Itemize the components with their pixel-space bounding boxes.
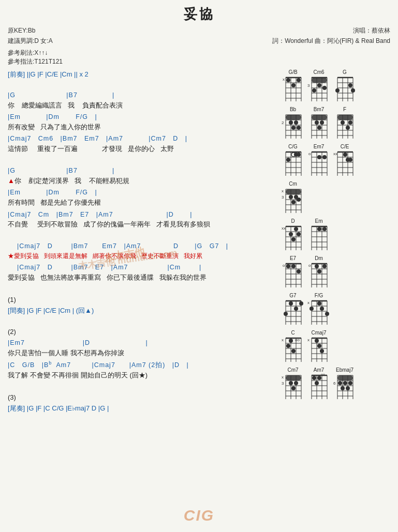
chord-bb: Bb 2 [282, 107, 304, 140]
svg-point-238 [320, 349, 324, 353]
svg-point-103 [317, 155, 321, 159]
composer-info: 詞：Wonderful 曲：阿沁(FIR) & Real Band [272, 36, 390, 46]
svg-point-66 [317, 126, 321, 130]
svg-point-147 [291, 237, 296, 241]
svg-point-51 [291, 126, 296, 130]
svg-rect-63 [312, 115, 327, 120]
intro-line: [前奏] ||G |F |C/E |Cm || x 2 [8, 69, 277, 80]
svg-point-130 [289, 195, 293, 199]
chord-g: G [333, 69, 356, 102]
chord-cm: Cm x 3 [282, 181, 304, 214]
main-content: [前奏] ||G |F |C/E |Cm || x 2 |G |B7 | 你 總… [8, 69, 390, 415]
svg-point-182 [315, 264, 319, 268]
chord-c: C x oo [282, 330, 304, 363]
svg-point-89 [286, 158, 290, 162]
singer-info: 演唱：蔡依林 [272, 25, 390, 36]
chord-line-1: |G |B7 | [8, 90, 277, 100]
svg-point-210 [320, 307, 324, 311]
lyrics-section: [前奏] ||G |F |C/E |Cm || x 2 |G |B7 | 你 總… [8, 69, 277, 415]
svg-point-117 [348, 158, 352, 162]
svg-text:xx: xx [333, 151, 337, 156]
lyric-line-5: 所有時間 都是先給了你優先權 [8, 197, 277, 208]
svg-text:o: o [283, 263, 285, 268]
svg-point-208 [309, 307, 314, 311]
lyric-line-9: 你只是害怕一個人睡 我不想再為你掉淚 [8, 348, 277, 358]
chord-em: Em [307, 218, 330, 251]
chord-cmaj7-diag: Cmaj7 x [307, 330, 330, 363]
svg-point-281 [346, 386, 350, 390]
chord-row-1: G/B x [282, 69, 390, 102]
meta-row: 原KEY:Bb 建議男調:D 女:A 演唱：蔡依林 詞：Wonderful 曲：… [8, 25, 390, 47]
svg-point-37 [348, 83, 352, 87]
chord-line-4: |G |B7 | [8, 166, 277, 176]
lyric-line-3: 這情節 重複了一百遍 才發現 是你的心 太野 [8, 144, 277, 154]
svg-text:3: 3 [307, 83, 310, 88]
lyric-line-2: 所有改變 只為了進入你的世界 [8, 122, 277, 132]
svg-point-195 [289, 301, 293, 306]
chord-line-3: |Cmaj7 Cm6 |Bm7 Em7 |Am7 |Cm7 D | [8, 134, 277, 144]
svg-text:x: x [282, 189, 284, 193]
svg-point-183 [317, 269, 321, 273]
chord-row-8: C x oo [282, 330, 390, 363]
intro-label: [前奏] ||G |F |C/E |Cm || x 2 [8, 70, 89, 78]
svg-point-104 [322, 155, 327, 159]
meta-right: 演唱：蔡依林 詞：Wonderful 曲：阿沁(FIR) & Real Band [272, 25, 390, 47]
svg-point-25 [317, 83, 321, 87]
svg-text:xx: xx [282, 226, 286, 231]
chord-line-2: |Em |Dm F/G | [8, 112, 277, 122]
svg-text:o: o [308, 151, 311, 156]
chord-ebmaj7: Ebmaj7 6 [333, 367, 356, 400]
svg-point-145 [294, 227, 298, 231]
strum1: 參考刷法:X↑↑↓ [8, 49, 48, 56]
lyric-line-10: 我了解 不會變 不再徘徊 開始自己的明天 (回★) [8, 370, 277, 381]
svg-point-53 [297, 126, 301, 130]
svg-point-280 [343, 381, 347, 385]
svg-point-132 [291, 200, 296, 204]
chord-cm6: Cm6 3 [307, 69, 330, 102]
chord-f: F [333, 107, 356, 140]
chord-em7: Em7 o [307, 144, 330, 177]
chord-gb: G/B x [282, 69, 304, 102]
svg-text:x: x [307, 338, 309, 342]
svg-point-282 [348, 381, 352, 385]
svg-text:o: o [308, 263, 311, 268]
svg-point-38 [351, 88, 355, 93]
svg-rect-76 [337, 115, 353, 120]
chord-cg: C/G [282, 144, 304, 177]
svg-point-26 [322, 86, 327, 90]
suggestion-info: 建議男調:D 女:A [8, 36, 53, 46]
svg-point-157 [317, 227, 321, 231]
svg-point-10 [286, 78, 290, 82]
svg-point-36 [335, 88, 340, 93]
svg-rect-250 [286, 375, 301, 381]
chord-dm: Dm o [307, 255, 330, 288]
chord-line-6: |Cmaj7 Cm |Bm7 E7 |Am7 |D | [8, 210, 277, 220]
svg-point-170 [291, 264, 296, 268]
key-info: 原KEY:Bb [8, 25, 53, 36]
strum-section: 參考刷法:X↑↑↓ 參考指法:T121T121 [8, 49, 390, 66]
chord-line-10: |C G/B |Bb Am7 |Cmaj7 |Am7 (2拍) |D | [8, 360, 277, 370]
chord-row-5: D xx [282, 218, 390, 251]
svg-point-237 [317, 344, 321, 348]
svg-point-171 [297, 269, 301, 273]
chord-ce: C/E xx [333, 144, 356, 177]
svg-point-194 [284, 312, 288, 316]
svg-point-236 [315, 339, 319, 343]
svg-text:x: x [282, 338, 284, 342]
svg-rect-23 [312, 78, 327, 83]
svg-point-158 [322, 227, 327, 231]
lyric-line-7: ★愛到妥協 到頭來還是無解 綁著你不讓你飛 歷史不斷重演 我好累 [8, 251, 277, 261]
svg-text:2: 2 [282, 120, 284, 125]
part3: (3) [8, 392, 277, 403]
lyric-line-6: 不自覺 受到不敢冒險 成了你的傀儡一年兩年 才看見我有多狼狽 [8, 219, 277, 230]
svg-point-77 [341, 120, 345, 125]
svg-point-279 [341, 386, 345, 390]
svg-point-64 [315, 120, 319, 125]
svg-text:x: x [307, 300, 309, 305]
chord-row-2: Bb 2 [282, 107, 390, 140]
svg-point-169 [286, 264, 290, 268]
chord-g7: G7 [282, 293, 304, 326]
svg-point-223 [286, 344, 290, 348]
svg-point-211 [325, 312, 329, 316]
chord-cm7: Cm7 x 3 [282, 367, 304, 400]
